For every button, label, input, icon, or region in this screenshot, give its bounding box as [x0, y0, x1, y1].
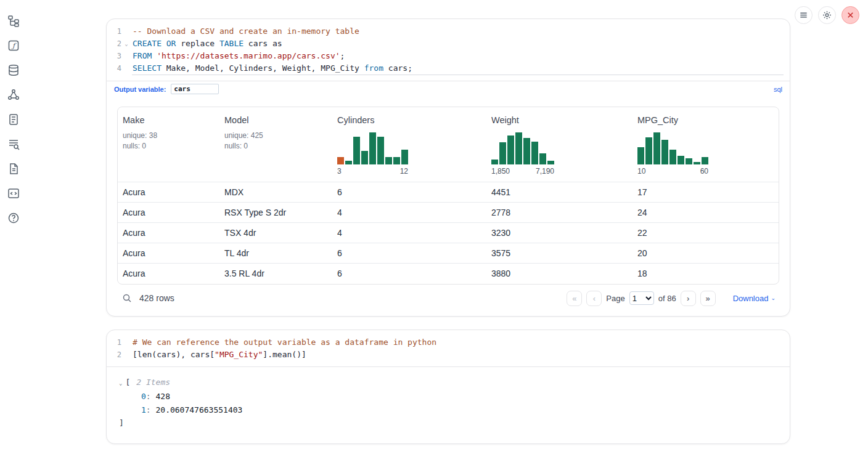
table-cell: 4451: [486, 182, 633, 203]
sidebar-item-scratchpad[interactable]: [6, 112, 21, 127]
histogram-bars: [637, 132, 708, 164]
table-cell: 4: [332, 223, 486, 243]
code-text: -- Download a CSV and create an in-memor…: [133, 25, 359, 38]
column-header-model[interactable]: Modelunique: 425nulls: 0: [219, 107, 332, 182]
entry-colon: :: [146, 392, 156, 401]
histogram-range: 1060: [637, 167, 708, 176]
sql-code-lines: 1-- Download a CSV and create an in-memo…: [107, 25, 790, 75]
column-stats: unique: 38nulls: 0: [123, 131, 215, 151]
table-cell: RSX Type S 2dr: [219, 203, 332, 223]
histogram-bar: [637, 147, 644, 164]
histogram-bar: [645, 137, 652, 164]
collapse-chevron-icon[interactable]: ⌄: [119, 380, 122, 386]
sidebar-item-documentation[interactable]: [6, 161, 21, 176]
table-row[interactable]: AcuraMDX6445117: [118, 182, 779, 203]
prev-page-button[interactable]: ‹: [586, 291, 602, 306]
histogram-bar: [686, 158, 692, 164]
code-line[interactable]: 1# We can reference the output variable …: [107, 336, 790, 349]
table-cell: 18: [633, 264, 779, 284]
database-icon: [7, 64, 20, 76]
column-name: Weight: [491, 115, 628, 125]
histogram-bar: [661, 140, 668, 164]
entry-colon: :: [146, 405, 156, 415]
python-code-lines: 1# We can reference the output variable …: [107, 336, 790, 361]
last-page-button[interactable]: »: [700, 291, 716, 306]
sidebar-item-variables[interactable]: ƒ: [6, 38, 21, 53]
sidebar-item-snippets[interactable]: [6, 186, 21, 201]
topbar-actions: [795, 6, 859, 24]
table-cell: Acura: [118, 182, 219, 203]
column-header-mpg_city[interactable]: MPG_City1060: [633, 107, 779, 182]
histogram-bar: [377, 137, 384, 164]
code-text: FROM 'https://datasets.marimo.app/cars.c…: [133, 50, 345, 62]
histogram-bar: [491, 160, 498, 164]
open-bracket: [: [125, 378, 130, 387]
sidebar-item-logs[interactable]: [6, 137, 21, 152]
shutdown-button[interactable]: [841, 6, 859, 24]
table-cell: Acura: [118, 264, 219, 284]
sidebar: ƒ: [0, 0, 27, 225]
code-line[interactable]: 2[len(cars), cars["MPG_City"].mean()]: [107, 349, 790, 361]
entry-value: 20.060747663551403: [155, 405, 242, 415]
help-circle-icon: [7, 212, 20, 224]
table-cell: 20: [633, 243, 779, 264]
table-search-icon[interactable]: [122, 293, 132, 303]
sidebar-item-file-explorer[interactable]: [6, 14, 21, 28]
python-code-editor[interactable]: 1# We can reference the output variable …: [107, 330, 790, 366]
output-variable-bar: Output variable: sql: [107, 81, 790, 97]
next-page-button[interactable]: ›: [681, 291, 696, 306]
histogram-bars: [337, 132, 408, 164]
table-row[interactable]: Acura3.5 RL 4dr6388018: [118, 264, 779, 284]
column-header-cylinders[interactable]: Cylinders312: [332, 107, 486, 182]
fold-chevron-icon[interactable]: ⌄: [121, 38, 131, 50]
first-page-button[interactable]: «: [567, 291, 582, 306]
settings-button[interactable]: [818, 6, 836, 24]
table-cell: Acura: [118, 223, 219, 243]
line-number: 3: [107, 50, 121, 62]
entry-key: 0: [141, 392, 146, 401]
histogram-bar: [385, 157, 392, 164]
code-line[interactable]: 3FROM 'https://datasets.marimo.app/cars.…: [107, 50, 790, 62]
histogram-bar: [531, 142, 538, 164]
sidebar-item-data-sources[interactable]: [6, 63, 21, 78]
table-cell: 6: [332, 182, 486, 203]
download-button[interactable]: Download ⌄: [733, 294, 776, 303]
histogram-bar: [507, 136, 514, 164]
column-header-weight[interactable]: Weight1,8507,190: [486, 107, 633, 182]
notebook-menu-button[interactable]: [795, 6, 813, 24]
sql-code-editor[interactable]: 1-- Download a CSV and create an in-memo…: [107, 19, 790, 81]
double-chevron-right-icon: »: [706, 294, 710, 303]
table-row[interactable]: AcuraTSX 4dr4323022: [118, 223, 779, 243]
histogram-bar: [353, 137, 360, 164]
histogram-bars: [491, 132, 554, 164]
sidebar-item-dependency-graph[interactable]: [6, 87, 21, 102]
code-line[interactable]: 2⌄CREATE OR replace TABLE cars as: [107, 38, 790, 50]
table-row[interactable]: AcuraTL 4dr6357520: [118, 243, 779, 264]
column-header-make[interactable]: Makeunique: 38nulls: 0: [118, 107, 219, 182]
table-cell: 6: [332, 264, 486, 284]
code-line[interactable]: 1-- Download a CSV and create an in-memo…: [107, 25, 790, 38]
histogram-bar: [499, 142, 506, 164]
pagination: « ‹ Page 1 of 86 › »: [567, 291, 715, 306]
table-row[interactable]: AcuraRSX Type S 2dr4277824: [118, 203, 779, 223]
table-cell: 2778: [486, 203, 633, 223]
table-cell: 22: [633, 223, 779, 243]
table-cell: Acura: [118, 243, 219, 264]
sidebar-item-help[interactable]: [6, 211, 21, 225]
histogram-bar: [653, 132, 660, 164]
page-label: Page: [606, 294, 624, 303]
column-histogram: 1060: [637, 131, 708, 176]
document-icon: [7, 163, 20, 175]
output-variable-input[interactable]: [171, 84, 219, 94]
code-line[interactable]: 4SELECT Make, Model, Cylinders, Weight, …: [107, 62, 790, 75]
double-chevron-left-icon: «: [572, 294, 576, 303]
notepad-icon: [7, 113, 20, 126]
table-cell: 3230: [486, 223, 633, 243]
output-variable-label: Output variable:: [114, 86, 166, 93]
histogram-bar: [393, 157, 400, 164]
chevron-right-icon: ›: [687, 294, 689, 303]
chevron-left-icon: ‹: [593, 294, 596, 303]
tree-entry: 0: 428: [119, 390, 780, 403]
svg-text:ƒ: ƒ: [11, 42, 17, 50]
page-select[interactable]: 1: [629, 291, 654, 305]
